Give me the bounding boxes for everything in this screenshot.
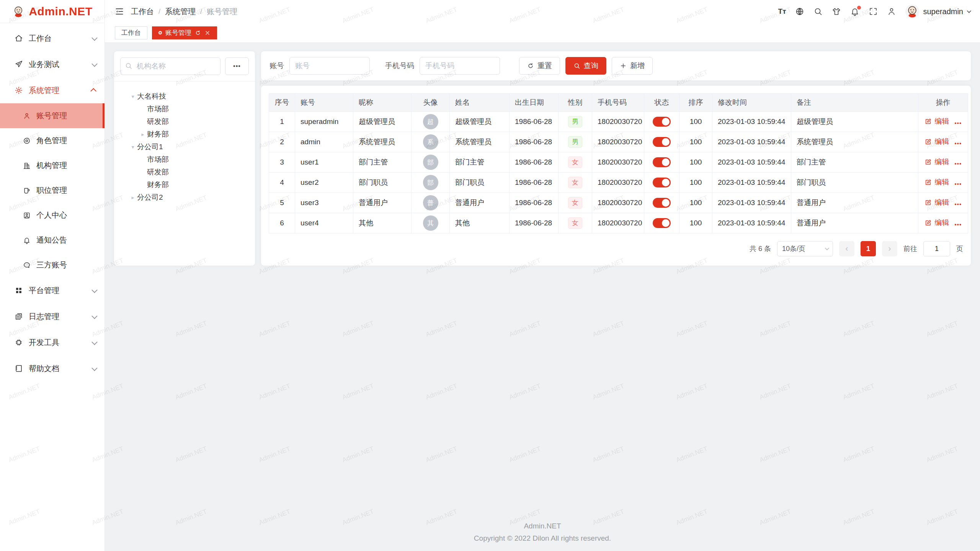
user-icon[interactable] <box>887 7 896 16</box>
cell-status <box>644 152 679 173</box>
sidebar-item-workbench[interactable]: 工作台 <box>0 25 105 51</box>
cell-seq: 3 <box>269 152 295 173</box>
caret-right-icon[interactable]: ▸ <box>139 131 147 137</box>
edit-button[interactable]: 编辑 <box>924 116 949 126</box>
breadcrumb-item[interactable]: 系统管理 <box>165 7 196 17</box>
tree-node-财务部[interactable]: ▸财务部 <box>119 128 250 140</box>
tabs-bar: 工作台账号管理 <box>105 23 980 43</box>
cell-modified: 2023-01-03 10:59:44 <box>712 152 791 173</box>
sidebar-item-org-management[interactable]: 机构管理 <box>0 153 105 178</box>
avatar: 普 <box>423 195 438 210</box>
notification-icon[interactable] <box>850 7 859 16</box>
tree-node-研发部[interactable]: 研发部 <box>119 166 250 178</box>
close-icon[interactable] <box>204 30 211 36</box>
row-more-button[interactable]: ••• <box>955 201 962 207</box>
tree-more-button[interactable]: ••• <box>225 57 249 75</box>
sidebar-item-platform-management[interactable]: 平台管理 <box>0 277 105 303</box>
avatar: 部 <box>423 155 438 170</box>
sidebar-item-log-management[interactable]: 日志管理 <box>0 303 105 329</box>
phone-filter-input[interactable] <box>420 57 500 75</box>
sidebar-item-role-management[interactable]: 角色管理 <box>0 128 105 153</box>
status-toggle[interactable] <box>653 157 671 167</box>
add-button[interactable]: 新增 <box>612 57 653 75</box>
sidebar-item-account-management[interactable]: 账号管理 <box>0 103 105 128</box>
status-toggle[interactable] <box>653 218 671 228</box>
row-more-button[interactable]: ••• <box>955 120 962 126</box>
edit-button[interactable]: 编辑 <box>924 157 949 167</box>
cell-order: 100 <box>679 112 712 132</box>
tree-node-分公司2[interactable]: ▸分公司2 <box>119 191 250 204</box>
position-icon <box>23 187 31 194</box>
search-icon[interactable] <box>813 7 823 16</box>
goto-page-input[interactable] <box>923 241 950 256</box>
sidebar-item-help-docs[interactable]: 帮助文档 <box>0 355 105 381</box>
sidebar-item-system-management[interactable]: 系统管理 <box>0 77 105 103</box>
cell-action: 编辑••• <box>918 112 968 132</box>
cell-status <box>644 193 679 213</box>
profile-icon <box>23 212 31 219</box>
reset-button[interactable]: 重置 <box>519 57 560 75</box>
tree-node-市场部[interactable]: 市场部 <box>119 153 250 166</box>
plus-icon <box>620 62 627 69</box>
sidebar-item-position-management[interactable]: 职位管理 <box>0 178 105 203</box>
row-more-button[interactable]: ••• <box>955 140 962 147</box>
tree-node-分公司1[interactable]: ▾分公司1 <box>119 140 250 153</box>
query-button[interactable]: 查询 <box>565 57 606 75</box>
tree-node-研发部[interactable]: 研发部 <box>119 115 250 128</box>
sidebar-item-business-test[interactable]: 业务测试 <box>0 51 105 77</box>
user-menu[interactable]: superadmin <box>905 5 970 18</box>
sidebar-item-personal-center[interactable]: 个人中心 <box>0 203 105 228</box>
cell-nickname: 其他 <box>353 213 412 233</box>
edit-button[interactable]: 编辑 <box>924 197 949 207</box>
refresh-icon[interactable] <box>195 30 201 36</box>
tree-node-大名科技[interactable]: ▾大名科技 <box>119 90 250 103</box>
status-toggle[interactable] <box>653 178 671 187</box>
edit-button[interactable]: 编辑 <box>924 177 949 187</box>
account-filter-input[interactable] <box>289 57 370 75</box>
sidebar-item-third-party-account[interactable]: 三方账号 <box>0 253 105 277</box>
fullscreen-icon[interactable] <box>869 7 878 16</box>
page-size-select[interactable]: 10条/页 <box>777 241 833 256</box>
caret-down-icon[interactable]: ▾ <box>129 144 137 150</box>
tree-node-市场部[interactable]: 市场部 <box>119 103 250 115</box>
cell-name: 超级管理员 <box>450 112 510 132</box>
cell-gender: 女 <box>559 193 592 213</box>
theme-icon[interactable] <box>832 7 841 16</box>
cell-modified: 2023-01-03 10:59:44 <box>712 193 791 213</box>
prev-page-button[interactable]: ‹ <box>839 241 854 256</box>
row-more-button[interactable]: ••• <box>955 160 962 167</box>
font-size-icon[interactable]: Tт <box>778 7 786 16</box>
row-more-button[interactable]: ••• <box>955 181 962 187</box>
app-logo[interactable]: Admin.NET <box>0 0 105 23</box>
cell-account: superadmin <box>295 112 353 132</box>
username: superadmin <box>923 7 963 16</box>
content: ••• ▾大名科技市场部研发部▸财务部▾分公司1市场部研发部财务部▸分公司2 账… <box>105 43 980 551</box>
status-toggle[interactable] <box>653 117 671 127</box>
tree-node-财务部[interactable]: 财务部 <box>119 178 250 191</box>
breadcrumb-item[interactable]: 工作台 <box>131 7 154 17</box>
next-page-button[interactable]: › <box>882 241 897 256</box>
edit-button[interactable]: 编辑 <box>924 137 949 147</box>
tab-账号管理[interactable]: 账号管理 <box>152 26 217 39</box>
row-more-button[interactable]: ••• <box>955 221 962 228</box>
caret-right-icon[interactable]: ▸ <box>129 194 137 201</box>
language-icon[interactable] <box>795 7 804 16</box>
sidebar-item-dev-tools[interactable]: 开发工具 <box>0 329 105 355</box>
org-search-input[interactable] <box>120 57 220 75</box>
tab-工作台[interactable]: 工作台 <box>115 26 147 39</box>
cell-phone: 18020030720 <box>592 173 644 193</box>
cell-nickname: 超级管理员 <box>353 112 412 132</box>
status-toggle[interactable] <box>653 198 671 208</box>
table-row: 1superadmin超级管理员超超级管理员1986-06-28男1802003… <box>269 112 968 132</box>
menu-fold-icon[interactable] <box>115 7 124 16</box>
edit-icon <box>924 158 932 166</box>
sidebar: Admin.NET 工作台业务测试系统管理账号管理角色管理机构管理职位管理个人中… <box>0 0 105 551</box>
refresh-icon <box>527 62 534 69</box>
current-page-button[interactable]: 1 <box>861 241 876 256</box>
sidebar-item-notice-announcement[interactable]: 通知公告 <box>0 228 105 253</box>
goto-label: 前往 <box>903 244 917 253</box>
edit-button[interactable]: 编辑 <box>924 218 949 228</box>
footer-app-name: Admin.NET <box>114 522 971 530</box>
status-toggle[interactable] <box>653 137 671 147</box>
caret-down-icon[interactable]: ▾ <box>129 93 137 99</box>
